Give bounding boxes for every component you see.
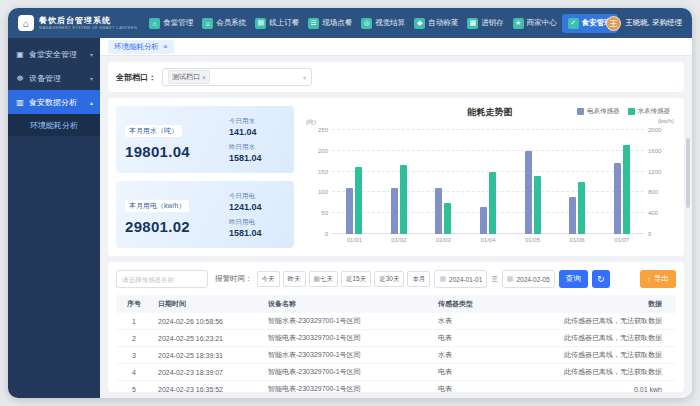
x-axis-tick: 01/06 bbox=[570, 237, 585, 243]
power-yesterday-label: 昨日用电 bbox=[229, 218, 285, 227]
tab-close-icon[interactable]: × bbox=[163, 43, 168, 51]
app-title: 餐饮后台管理系统 bbox=[39, 16, 137, 26]
sidebar-item-label: 食安数据分析 bbox=[29, 97, 77, 108]
food-safety-analysis-icon: ▥ bbox=[15, 98, 25, 107]
user-profile[interactable]: 王 王晓晓, 采购经理 bbox=[606, 16, 682, 31]
sidebar-subitem-env-energy-analysis[interactable]: 环境能耗分析 bbox=[8, 114, 100, 136]
quick-range-yesterday[interactable]: 昨天 bbox=[283, 271, 306, 287]
x-axis-tick: 01/01 bbox=[347, 237, 362, 243]
food-safety-mgmt-icon: ▣ bbox=[15, 50, 25, 59]
top-nav: ⌂食堂管理☺会员系统▤线上订餐☰现场点餐◎视觉结算◆自动称菜▦进销存★商家中心✓… bbox=[145, 14, 600, 33]
alarm-time-label: 报警时间： bbox=[215, 274, 253, 284]
legend-item-电表传感器[interactable]: 电表传感器 bbox=[577, 107, 620, 116]
start-date-value: 2024-01-01 bbox=[449, 276, 482, 283]
merchant-center-icon: ★ bbox=[513, 18, 524, 29]
bar-电表传感器-01/03 bbox=[435, 188, 442, 234]
start-date-picker[interactable]: ▦ 2024-01-01 bbox=[434, 270, 487, 288]
sensor-search-input[interactable] bbox=[116, 270, 208, 288]
col-value: 数据 bbox=[522, 295, 676, 313]
col-datetime: 日期时间 bbox=[152, 295, 262, 313]
auto-weigh-icon: ◆ bbox=[414, 18, 425, 29]
canteen-mgmt-icon: ⌂ bbox=[149, 18, 160, 29]
power-today-label: 今日用电 bbox=[229, 192, 285, 201]
chart-legend: 电表传感器水表传感器 bbox=[577, 107, 670, 116]
reset-button[interactable]: ↻ bbox=[592, 270, 610, 288]
table-header-row: 序号 日期时间 设备名称 传感器类型 数据 bbox=[116, 295, 676, 313]
table-body: 12024-02-26 10:58:56智能水表-230329700-1号区间水… bbox=[116, 313, 676, 392]
y-axis-tick-left: 250 bbox=[318, 127, 328, 133]
cell-value: 此传感器已离线，无法获取数据 bbox=[522, 347, 676, 364]
sidebar-item-food-safety-mgmt[interactable]: ▣食堂安全管理▾ bbox=[8, 42, 100, 66]
stall-select[interactable]: 测试档口 × ▾ bbox=[162, 68, 312, 86]
end-date-picker[interactable]: ▦ 2024-02-05 bbox=[502, 270, 555, 288]
sidebar-item-equipment-mgmt[interactable]: ☸设备管理▾ bbox=[8, 66, 100, 90]
nav-item-canteen-mgmt[interactable]: ⌂食堂管理 bbox=[145, 15, 197, 32]
date-range-separator: 至 bbox=[491, 275, 498, 284]
power-stat-card: 本月用电（kw/h） 29801.02 今日用电 1241.04 昨日用电 bbox=[116, 181, 294, 248]
calendar-icon: ▦ bbox=[439, 275, 446, 283]
calendar-icon: ▦ bbox=[507, 275, 514, 283]
tab-label: 环境能耗分析 bbox=[114, 42, 159, 52]
member-system-icon: ☺ bbox=[202, 18, 213, 29]
stall-tag-label: 测试档口 bbox=[172, 72, 200, 82]
quick-range-this-month[interactable]: 本月 bbox=[407, 271, 430, 287]
tab-env-energy-analysis[interactable]: 环境能耗分析 × bbox=[108, 40, 174, 54]
nav-item-member-system[interactable]: ☺会员系统 bbox=[198, 15, 250, 32]
bar-group-01/05 bbox=[525, 130, 541, 234]
cell-type: 水表 bbox=[432, 347, 522, 364]
online-order-icon: ▤ bbox=[255, 18, 266, 29]
y-axis-tick-right: 0 bbox=[648, 231, 651, 237]
inventory-icon: ▦ bbox=[467, 18, 478, 29]
table-row: 32024-02-25 18:39:31智能水表-230329700-1号区间水… bbox=[116, 347, 676, 364]
cell-device: 智能水表-230329700-1号区间 bbox=[262, 347, 432, 364]
nav-item-visual-checkout[interactable]: ◎视觉结算 bbox=[357, 15, 409, 32]
cell-datetime: 2024-02-26 10:58:56 bbox=[152, 313, 262, 330]
quick-range-last-15-days[interactable]: 近15天 bbox=[341, 271, 371, 287]
nav-item-inventory[interactable]: ▦进销存 bbox=[463, 15, 508, 32]
nav-item-auto-weigh[interactable]: ◆自动称菜 bbox=[410, 15, 462, 32]
nav-item-label: 进销存 bbox=[481, 18, 504, 28]
bar-水表传感器-01/06 bbox=[578, 182, 585, 234]
cell-seq: 4 bbox=[116, 364, 152, 381]
export-button[interactable]: ↑ 导出 bbox=[640, 270, 676, 288]
page-content: 全部档口： 测试档口 × ▾ 本月用水（吨） bbox=[100, 56, 692, 398]
stall-tag-close-icon[interactable]: × bbox=[202, 74, 206, 81]
sidebar-item-label: 设备管理 bbox=[29, 73, 61, 84]
top-header: ⌂ 餐饮后台管理系统 MANAGEMENT SYSTEM OF SMART CA… bbox=[8, 8, 692, 38]
water-stat-value: 19801.04 bbox=[125, 143, 229, 160]
quick-range-last-30-days[interactable]: 近30天 bbox=[374, 271, 404, 287]
search-button[interactable]: 查询 bbox=[559, 270, 588, 288]
vertical-scrollbar[interactable] bbox=[686, 138, 690, 208]
quick-range-last-7-days[interactable]: 前七天 bbox=[309, 271, 339, 287]
cell-seq: 5 bbox=[116, 381, 152, 393]
y-axis-tick-left: 0 bbox=[325, 231, 328, 237]
sidebar-menu: ▣食堂安全管理▾☸设备管理▾▥食安数据分析▴环境能耗分析 bbox=[8, 42, 100, 136]
water-yesterday-label: 昨日用水 bbox=[229, 143, 285, 152]
water-today-label: 今日用水 bbox=[229, 117, 285, 126]
nav-item-online-order[interactable]: ▤线上订餐 bbox=[251, 15, 303, 32]
chevron-down-icon: ▾ bbox=[90, 51, 93, 58]
y-axis-tick-right: 800 bbox=[648, 189, 658, 195]
chart-bars bbox=[332, 130, 644, 234]
y-axis-tick-left: 200 bbox=[318, 148, 328, 154]
cell-type: 电表 bbox=[432, 330, 522, 347]
nav-item-label: 商家中心 bbox=[527, 18, 557, 28]
bar-group-01/07 bbox=[614, 130, 630, 234]
user-avatar: 王 bbox=[606, 16, 621, 31]
nav-item-merchant-center[interactable]: ★商家中心 bbox=[509, 15, 561, 32]
quick-range-today[interactable]: 今天 bbox=[257, 271, 280, 287]
cell-value: 此传感器已离线，无法获取数据 bbox=[522, 313, 676, 330]
legend-label: 电表传感器 bbox=[587, 107, 620, 116]
cell-value: 此传感器已离线，无法获取数据 bbox=[522, 364, 676, 381]
stats-column: 本月用水（吨） 19801.04 今日用水 141.04 昨日用水 bbox=[116, 106, 294, 248]
cell-seq: 1 bbox=[116, 313, 152, 330]
right-axis-unit: (kw/h) bbox=[658, 118, 674, 124]
y-axis-tick-right: 1200 bbox=[648, 169, 661, 175]
bar-电表传感器-01/04 bbox=[480, 207, 487, 234]
legend-item-水表传感器[interactable]: 水表传感器 bbox=[628, 107, 671, 116]
sidebar-item-food-safety-analysis[interactable]: ▥食安数据分析▴ bbox=[8, 90, 100, 114]
chevron-down-icon: ▾ bbox=[90, 75, 93, 82]
stall-filter-card: 全部档口： 测试档口 × ▾ bbox=[108, 62, 684, 92]
nav-item-onsite-order[interactable]: ☰现场点餐 bbox=[304, 15, 356, 32]
y-axis-tick-right: 400 bbox=[648, 210, 658, 216]
